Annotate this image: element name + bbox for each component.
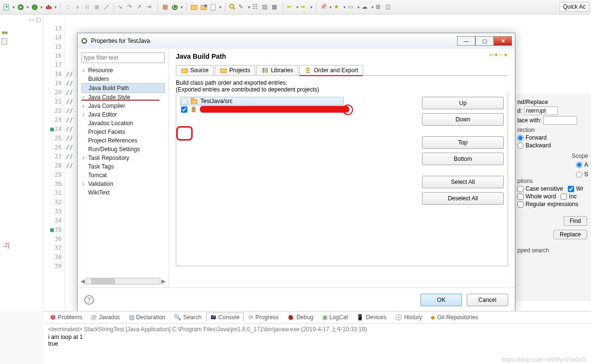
filter-input[interactable]: [81, 52, 165, 63]
dropdown-icon[interactable]: ▾: [181, 5, 183, 10]
new-icon[interactable]: [3, 3, 11, 11]
tab-git[interactable]: ◆Git Repositories: [427, 313, 482, 322]
dropdown-icon[interactable]: ▾: [296, 5, 299, 10]
external-tools-icon[interactable]: [45, 3, 53, 11]
tab-progress[interactable]: ⟳Progress: [245, 313, 282, 322]
dropdown-icon[interactable]: ▾: [343, 5, 346, 10]
pin-icon[interactable]: 📌: [320, 3, 328, 11]
restore-icon[interactable]: ▢: [36, 16, 41, 23]
open-task-icon[interactable]: [200, 3, 208, 11]
dropdown-icon[interactable]: ▾: [13, 5, 15, 10]
replace-input[interactable]: [543, 116, 577, 125]
layout-icon[interactable]: ▭: [348, 3, 355, 11]
dropdown-icon[interactable]: ▾: [310, 5, 313, 10]
deselect-all-button[interactable]: Deselect All: [422, 192, 504, 205]
step-into-icon[interactable]: ↘: [118, 3, 125, 11]
dialog-titlebar[interactable]: Properties for TestJava — ▢ ✕: [78, 33, 515, 49]
scroll-left-icon[interactable]: ◀: [80, 278, 85, 285]
find-input[interactable]: [524, 106, 558, 115]
debug-icon[interactable]: [31, 3, 39, 11]
h-scrollbar[interactable]: [86, 278, 160, 285]
outline-icon[interactable]: [1, 38, 9, 45]
tree-project-references[interactable]: Project References: [81, 136, 165, 145]
scope-all-radio[interactable]: [576, 162, 582, 168]
tab-devices[interactable]: 📱Devices: [353, 313, 390, 322]
down-button[interactable]: Down: [422, 113, 504, 126]
tab-debug[interactable]: 🐞Debug: [283, 313, 317, 322]
tree-task-tags[interactable]: Task Tags: [81, 162, 165, 171]
tree-wikitext[interactable]: WikiText: [81, 188, 165, 197]
tab-declaration[interactable]: ▤Declaration: [125, 313, 170, 322]
tab-history[interactable]: 🕓History: [391, 313, 426, 322]
people-icon[interactable]: ☷: [252, 3, 260, 11]
tree-javadoc[interactable]: Javadoc Location: [81, 119, 165, 128]
tab-problems[interactable]: !Problems: [46, 313, 86, 322]
tree-builders[interactable]: Builders: [81, 75, 165, 83]
list-item[interactable]: TestJava/src: [180, 97, 344, 105]
whole-checkbox[interactable]: [517, 194, 524, 200]
nav-back-icon[interactable]: ⇦: [489, 52, 494, 58]
step-over-icon[interactable]: ↷: [127, 3, 135, 11]
case-checkbox[interactable]: [517, 186, 524, 192]
backward-radio[interactable]: [517, 143, 524, 149]
dropdown-icon[interactable]: ▾: [495, 52, 498, 58]
up-button[interactable]: Up: [422, 97, 504, 109]
dropdown-icon[interactable]: ▾: [40, 5, 43, 10]
export-checkbox[interactable]: [181, 106, 187, 113]
regex-checkbox[interactable]: [517, 201, 524, 208]
tree-run-debug[interactable]: Run/Debug Settings: [81, 145, 165, 154]
console-output[interactable]: <terminated> StackStringTest [Java Appli…: [43, 324, 591, 349]
tree-validation[interactable]: Validation: [81, 180, 165, 188]
top-button[interactable]: Top: [422, 136, 504, 149]
ok-button[interactable]: OK: [420, 294, 462, 306]
disconnect-icon[interactable]: [103, 3, 110, 11]
dropdown-icon[interactable]: ▾: [54, 5, 57, 10]
dropdown-icon[interactable]: ▾: [329, 5, 332, 10]
replace-button[interactable]: Replace: [553, 230, 587, 239]
cloud-icon[interactable]: ☁: [362, 3, 369, 11]
forward-radio[interactable]: [517, 135, 524, 141]
list-item[interactable]: [180, 105, 417, 113]
view-icon[interactable]: ◫: [385, 3, 393, 11]
step-return-icon[interactable]: ↗: [137, 3, 144, 11]
open-type-icon[interactable]: [190, 3, 198, 11]
tree-task-repository[interactable]: Task Repository: [81, 154, 165, 162]
tab-javadoc[interactable]: @Javadoc: [87, 313, 124, 322]
close-button[interactable]: ✕: [494, 36, 512, 46]
tree-java-editor[interactable]: Java Editor: [81, 110, 165, 119]
search-icon[interactable]: [229, 3, 236, 11]
cancel-button[interactable]: Cancel: [467, 294, 508, 306]
dropdown-icon[interactable]: ▾: [219, 5, 222, 10]
tab-order-export[interactable]: Order and Export: [299, 65, 363, 75]
help-button[interactable]: ?: [84, 295, 94, 305]
new-package-icon[interactable]: [161, 3, 169, 11]
export-checkbox[interactable]: [182, 98, 188, 104]
minimize-icon[interactable]: ▭: [29, 16, 34, 23]
perspective-icon[interactable]: ⊞: [376, 3, 383, 11]
wrap-checkbox[interactable]: [568, 186, 574, 192]
skip-icon[interactable]: [74, 3, 81, 11]
tree-project-facets[interactable]: Project Facets: [81, 128, 165, 136]
tab-projects[interactable]: Projects: [215, 65, 255, 75]
dropdown-icon[interactable]: ▾: [357, 5, 360, 10]
sync-icon[interactable]: [64, 3, 72, 11]
tab-console[interactable]: >_Console: [206, 312, 244, 322]
find-button[interactable]: Find: [564, 216, 587, 226]
wand-icon[interactable]: ✎: [238, 3, 246, 11]
inc-checkbox[interactable]: [561, 194, 567, 200]
app-icon[interactable]: ▦: [272, 3, 279, 11]
nav-fwd-icon[interactable]: ➡: [301, 3, 308, 11]
tab-source[interactable]: Source: [176, 65, 214, 75]
scope-sel-radio[interactable]: [576, 171, 582, 178]
dropdown-icon[interactable]: ▾: [504, 52, 507, 58]
tab-libraries[interactable]: Libraries: [256, 65, 298, 75]
dropdown-icon[interactable]: ▾: [26, 5, 29, 10]
drop-frame-icon[interactable]: ⇥: [146, 3, 154, 11]
minimize-button[interactable]: —: [457, 36, 475, 46]
open-resource-icon[interactable]: [210, 3, 217, 11]
breakpoints-icon[interactable]: [1, 29, 9, 37]
bottom-button[interactable]: Bottom: [422, 153, 504, 165]
stop-icon[interactable]: [93, 3, 101, 11]
tab-search[interactable]: 🔍Search: [170, 313, 205, 322]
dropdown-icon[interactable]: ▾: [248, 5, 250, 10]
